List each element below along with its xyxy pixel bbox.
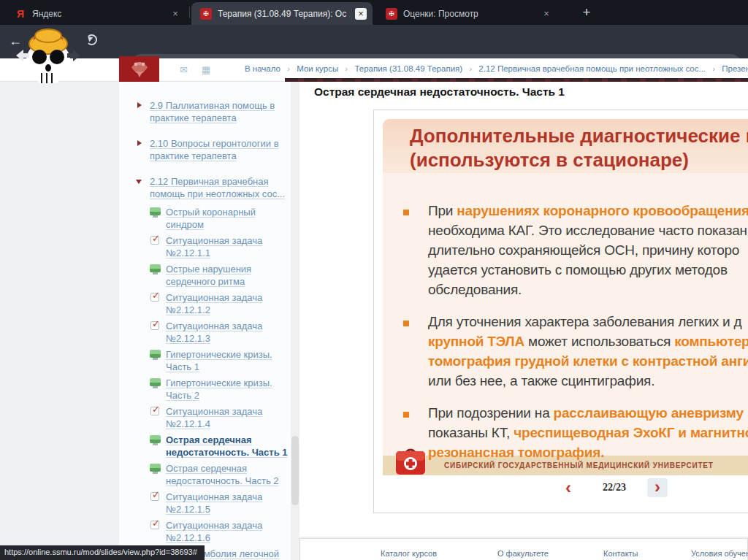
chevron-collapsed-icon — [137, 102, 142, 108]
sidebar-item-label: Острый коронарный синдром — [166, 207, 256, 230]
sidebar-item-label: Острые нарушения сердечного ритма — [166, 264, 251, 287]
grid-menu-icon[interactable]: ▦ — [202, 64, 210, 75]
close-icon[interactable]: × — [169, 8, 181, 20]
sidebar-item-label: Гипертонические кризы. Часть 1 — [166, 349, 272, 372]
chevron-collapsed-icon — [137, 140, 142, 146]
breadcrumb-separator: › — [345, 64, 348, 73]
breadcrumb-separator: › — [287, 64, 290, 73]
chevron-expanded-icon — [136, 180, 142, 184]
sidebar-item-label: 2.12 Первичная врачебная помощь при неот… — [150, 176, 285, 199]
breadcrumb-my-courses[interactable]: Мои курсы — [297, 64, 338, 73]
university-logo-icon[interactable] — [119, 56, 159, 82]
footer-link-contacts[interactable]: Контакты — [603, 549, 638, 558]
task-check-icon — [150, 293, 159, 302]
page-title: Острая сердечная недостаточность. Часть … — [314, 85, 565, 99]
sidebar-item-label: 2.9 Паллиативная помощь в практике терап… — [150, 100, 275, 123]
sidebar-item[interactable]: Ситуационная задача №2.12.1.6 — [135, 519, 291, 544]
sidebar-item[interactable]: Ситуационная задача №2.12.1.2 — [135, 291, 291, 316]
previous-slide-button[interactable]: ‹ — [565, 478, 571, 497]
sidebar-item[interactable]: Гипертонические кризы. Часть 1 — [135, 348, 291, 373]
sidebar-item-label: 2.10 Вопросы геронтологии в практике тер… — [150, 138, 279, 161]
sidebar-item-label: Ситуационная задача №2.12.1.2 — [166, 292, 262, 315]
slide-bullets: При нарушениях коронарного кровообращени… — [383, 173, 748, 456]
breadcrumb-separator: › — [469, 64, 472, 73]
browser-tab-bar: Я Яндекс × ✠ Терапия (31.08.49 Терапия):… — [0, 0, 748, 25]
sidebar-item[interactable]: Острый коронарный синдром — [135, 206, 291, 231]
tab-title: Терапия (31.08.49 Терапия): Ос — [218, 9, 351, 19]
sidebar-item[interactable]: Острая сердечная недостаточность. Часть … — [135, 462, 291, 487]
sidebar-item-label: Ситуационная задача №2.12.1.5 — [166, 491, 262, 515]
task-check-icon — [150, 492, 159, 501]
sidebar-item[interactable]: Острая сердечная недостаточность. Часть … — [135, 434, 291, 459]
slide-icon — [150, 464, 161, 472]
sidebar-section[interactable]: 2.10 Вопросы геронтологии в практике тер… — [135, 137, 291, 162]
task-check-icon — [150, 321, 159, 330]
close-icon[interactable]: × — [355, 8, 367, 20]
task-check-icon — [150, 407, 159, 415]
slide-icon — [150, 264, 161, 272]
sidebar-item[interactable]: Гипертонические кризы. Часть 2 — [135, 377, 291, 402]
new-tab-button[interactable]: + — [579, 4, 595, 20]
sidebar-item[interactable]: Ситуационная задача №2.12.1.3 — [135, 320, 291, 345]
slide: Дополнительные диагностические методы (и… — [383, 119, 748, 475]
slide-pager: ‹ 22/23 › — [383, 475, 748, 503]
sidebar-item[interactable]: Острые нарушения сердечного ритма — [135, 263, 291, 288]
screen: { "browser": { "tabs": [ {"title": "Янде… — [0, 0, 748, 560]
tab-title: Оценки: Просмотр — [403, 9, 536, 19]
slide-bullet: Для уточнения характера заболевания легк… — [428, 314, 748, 393]
breadcrumb-presentation[interactable]: Презентация — [722, 64, 748, 73]
footer-link-terms[interactable]: Условия обучения — [691, 549, 748, 558]
task-check-icon — [150, 521, 159, 529]
slide-icon — [150, 435, 161, 443]
footer-link-catalog[interactable]: Каталог курсов — [381, 549, 437, 558]
breadcrumb-section[interactable]: 2.12 Первичная врачебная помощь при неот… — [478, 64, 706, 73]
sidebar-item[interactable]: Ситуационная задача №2.12.1.1 — [135, 234, 291, 259]
sidebar-item-label: Ситуационная задача №2.12.1.3 — [166, 321, 262, 344]
close-icon[interactable]: × — [541, 8, 552, 20]
sidebar-item-label: Острая сердечная недостаточность. Часть … — [166, 434, 288, 458]
sidebar-item[interactable]: Ситуационная задача №2.12.1.5 — [135, 491, 291, 515]
sidebar-nav: 2.9 Паллиативная помощь в практике терап… — [119, 82, 291, 560]
slide-icon — [150, 378, 161, 386]
sidebar-scrollbar[interactable] — [291, 436, 299, 505]
tab-title: Яндекс — [32, 9, 165, 19]
sidebar-item-label: Ситуационная задача №2.12.1.6 — [166, 520, 262, 543]
ssmu-favicon-icon: ✠ — [386, 8, 397, 20]
sidebar-item-label: Гипертонические кризы. Часть 2 — [166, 377, 272, 401]
main-content: Острая сердечная недостаточность. Часть … — [299, 82, 748, 537]
sidebar-item-label: Ситуационная задача №2.12.1.4 — [166, 406, 262, 429]
slide-viewer: Дополнительные диагностические методы (и… — [373, 110, 748, 513]
sidebar-item-label: Ситуационная задача №2.12.1.1 — [166, 235, 262, 258]
medkit-icon — [394, 447, 427, 477]
breadcrumb: В начало › Мои курсы › Терапия (31.08.49… — [245, 64, 748, 73]
footer-link-faculty[interactable]: О факультете — [497, 549, 549, 558]
slide-page-indicator: 22/23 — [592, 482, 636, 494]
reload-button[interactable] — [86, 34, 97, 45]
sidebar-item[interactable]: Ситуационная задача №2.12.1.4 — [135, 405, 291, 430]
breadcrumb-course[interactable]: Терапия (31.08.49 Терапия) — [354, 64, 462, 73]
slide-icon — [150, 350, 161, 358]
slide-bullet: При нарушениях коронарного кровообращени… — [428, 203, 748, 302]
next-slide-button[interactable]: › — [647, 478, 668, 497]
sidebar-item-label: Острая сердечная недостаточность. Часть … — [166, 463, 279, 486]
tab-grades[interactable]: ✠ Оценки: Просмотр × — [377, 2, 558, 25]
messages-icon[interactable]: ✉ — [180, 64, 188, 75]
tab-therapy-active[interactable]: ✠ Терапия (31.08.49 Терапия): Ос × — [191, 2, 373, 25]
breadcrumb-home[interactable]: В начало — [245, 64, 280, 73]
tab-separator — [189, 7, 190, 18]
ssmu-favicon-icon: ✠ — [200, 8, 212, 20]
straw-hat-skull-logo-icon — [10, 22, 86, 88]
breadcrumb-separator: › — [712, 64, 715, 73]
slide-bullet: При подозрении на расслаивающую аневризм… — [428, 405, 748, 464]
slide-icon — [150, 207, 161, 215]
sidebar-section[interactable]: 2.12 Первичная врачебная помощь при неот… — [135, 175, 291, 200]
browser-toolbar: ← online.ssmu.ru/mod/slides/view.php?id=… — [0, 25, 748, 58]
slide-title: Дополнительные диагностические методы (и… — [383, 119, 748, 173]
status-url-tooltip: https://online.ssmu.ru/mod/slides/view.p… — [0, 545, 205, 560]
page-footer: Каталог курсов О факультете Контакты Усл… — [299, 538, 748, 560]
yandex-favicon-icon: Я — [15, 8, 26, 20]
sidebar-section[interactable]: 2.9 Паллиативная помощь в практике терап… — [135, 99, 291, 124]
task-check-icon — [150, 236, 159, 245]
